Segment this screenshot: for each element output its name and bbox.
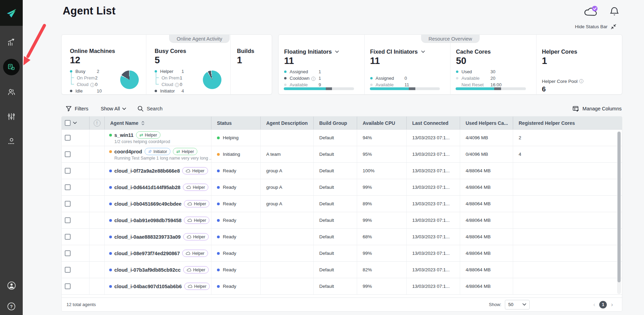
transfer-icon: ⇄ <box>176 149 180 154</box>
idle-bullet <box>70 90 72 92</box>
cell-cpu: 95% <box>357 146 406 162</box>
cell-build-group: Default <box>313 146 357 162</box>
machines-pie-chart <box>120 70 139 89</box>
card-value: 12 <box>70 55 146 66</box>
cloud-icon <box>187 268 191 272</box>
cloud-sync-button[interactable] <box>583 6 599 19</box>
search-placeholder: Search <box>147 106 163 111</box>
cell-registered <box>513 229 622 245</box>
table-row[interactable]: cloud_i-0b0451669c49cbdee Helper Ready g… <box>62 196 622 212</box>
table-scrollbar[interactable] <box>617 131 621 294</box>
row-checkbox[interactable] <box>65 283 71 289</box>
cloud-helper-badge: Helper <box>182 250 208 257</box>
table-row[interactable]: coord4prod Initiator ⇄Helper Running Tes… <box>62 146 622 163</box>
scrollbar-thumb[interactable] <box>617 132 621 282</box>
cell-registered <box>513 163 622 179</box>
cloud-icon <box>187 235 191 239</box>
status-label: Ready <box>223 284 236 289</box>
manage-columns-label: Manage Columns <box>582 106 622 111</box>
cloud-helper-badge: Helper <box>183 233 209 240</box>
logo-icon <box>5 8 18 18</box>
prev-page-button[interactable]: ‹ <box>593 302 595 307</box>
cell-description: group A <box>260 179 313 195</box>
status-dot <box>217 269 220 271</box>
status-dot <box>217 153 220 156</box>
notifications-button[interactable] <box>610 6 619 19</box>
sort-icon[interactable] <box>141 121 145 126</box>
table-row[interactable]: s_win11 ⇄Helper 1/2 cores helping coord4… <box>62 130 622 146</box>
sidebar-item-users[interactable] <box>3 84 20 100</box>
cell-used-helpers: 4/88064 MB <box>460 245 513 261</box>
helper-badge: ⇄Helper <box>136 131 160 139</box>
info-icon[interactable]: i <box>175 83 179 87</box>
row-checkbox[interactable] <box>65 184 71 190</box>
agent-dot <box>109 134 112 137</box>
info-icon[interactable]: i <box>311 77 315 81</box>
column-header-description: Agent Description <box>260 117 313 129</box>
sidebar-item-settings[interactable] <box>3 108 20 125</box>
page-size-select[interactable]: 50 <box>505 300 530 309</box>
cloud-sync-icon <box>583 6 599 18</box>
info-icon[interactable]: i <box>579 79 583 83</box>
help-button[interactable]: ? <box>7 302 16 312</box>
row-checkbox[interactable] <box>65 250 71 256</box>
app-logo[interactable] <box>0 0 23 26</box>
next-page-button[interactable]: › <box>611 302 613 307</box>
column-header-status: Status <box>211 117 260 129</box>
cell-registered <box>513 196 622 212</box>
sidebar-bottom: ? <box>0 281 23 312</box>
table-row[interactable]: cloud_i-04bac907d105ab6b6 Helper Ready D… <box>62 278 622 295</box>
select-menu-chevron-icon[interactable] <box>73 122 77 124</box>
hide-status-bar-button[interactable]: Hide Status Bar <box>575 24 616 30</box>
table-row[interactable]: cloud_i-0ab91e098db759458 Helper Ready D… <box>62 212 622 229</box>
current-page: 1 <box>599 301 607 308</box>
row-checkbox[interactable] <box>65 135 71 141</box>
status-dot <box>217 170 220 172</box>
row-checkbox[interactable] <box>65 217 71 223</box>
row-checkbox[interactable] <box>65 234 71 240</box>
table-row[interactable]: cloud_i-0aae8883239733a09 Helper Ready D… <box>62 229 622 245</box>
show-all-dropdown[interactable]: Show All <box>101 106 126 111</box>
row-checkbox[interactable] <box>65 267 71 273</box>
agent-subtitle: Running Test Sample 1 long name very ver… <box>114 156 211 161</box>
filters-button[interactable]: Filters <box>66 106 88 111</box>
bar-chart-icon <box>7 38 15 46</box>
sidebar-item-dashboard[interactable] <box>3 34 20 51</box>
transfer-icon: ⇄ <box>139 133 143 137</box>
status-dot <box>217 219 220 222</box>
cell-build-group: Default <box>313 196 357 212</box>
sidebar-item-agents[interactable] <box>3 59 20 75</box>
cloud-helper-badge: Helper <box>184 217 209 224</box>
row-checkbox[interactable] <box>65 168 71 174</box>
chevron-down-icon[interactable] <box>335 51 339 53</box>
status-label: Initiating <box>223 152 240 157</box>
user-avatar[interactable] <box>7 281 16 292</box>
select-all-checkbox[interactable] <box>65 120 71 126</box>
agent-name: cloud_i-0b0451669c49cbdee <box>114 201 181 207</box>
online-agent-activity-tab: Online Agent Activity <box>169 34 230 43</box>
column-header-agent-name[interactable]: Agent Name <box>104 117 211 129</box>
agent-name: cloud_i-0d6441d144f95ab28 <box>114 185 180 190</box>
partial-row <box>62 295 622 297</box>
cell-description: group A <box>260 196 313 212</box>
cell-last-connected: 13/03/2023 07:1... <box>406 262 460 278</box>
manage-columns-button[interactable]: Manage Columns <box>573 106 622 112</box>
cell-description <box>260 212 313 228</box>
card-value: 1 <box>542 56 617 66</box>
status-dot <box>217 252 220 255</box>
table-row[interactable]: cloud_i-08e973f74ed290867 Helper Ready D… <box>62 245 622 262</box>
cell-cpu: 99% <box>357 245 406 261</box>
row-checkbox[interactable] <box>65 201 71 207</box>
table-row[interactable]: cloud_i-07b3af9db85cb92cc Helper Ready D… <box>62 262 622 278</box>
sidebar-item-pipeline[interactable] <box>3 133 20 150</box>
cell-used-helpers: 4/4096 MB <box>460 130 513 146</box>
card-value: 5 <box>155 55 230 66</box>
info-icon[interactable]: i <box>90 83 94 87</box>
table-row[interactable]: cloud_i-0f72a9a2e88b666e8 Helper Ready g… <box>62 163 622 179</box>
resource-overview-tab: Resource Overview <box>421 34 480 43</box>
chevron-down-icon[interactable] <box>421 51 425 53</box>
table-row[interactable]: cloud_i-0d6441d144f95ab28 Helper Ready g… <box>62 179 622 196</box>
card-value: 50 <box>456 56 531 66</box>
search-input[interactable]: Search <box>137 106 163 112</box>
row-checkbox[interactable] <box>65 151 71 157</box>
